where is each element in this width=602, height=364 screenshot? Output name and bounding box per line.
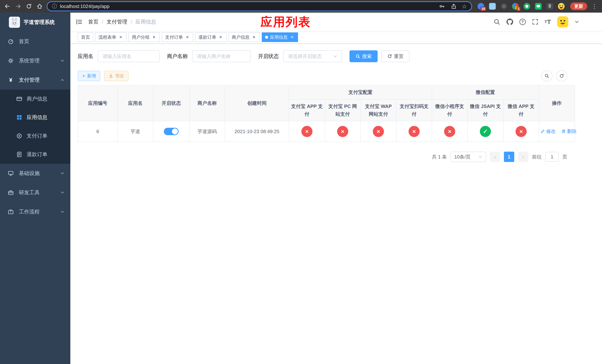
chrome-update-button[interactable]: 更新 [570,2,587,10]
sidebar-item-infrastructure[interactable]: 基础设施 [0,164,70,183]
pagination: 共 1 条 10条/页 ‹ 1 › 前往 页 [78,152,567,162]
active-dot [265,36,268,39]
gear-icon [8,58,14,64]
sidebar-item-payment[interactable]: ¥ 支付管理 [0,70,70,90]
table-toolbar: + 新增 导出 [78,70,575,81]
tab-user-group[interactable]: 用户分组× [129,32,160,42]
close-icon[interactable]: × [251,35,257,40]
search-button[interactable]: 搜索 [350,50,378,62]
back-icon[interactable] [4,3,11,10]
breadcrumb-current: 应用信息 [136,18,156,25]
breadcrumb-home[interactable]: 首页 [88,18,98,25]
extension-icon-8[interactable] [558,3,565,10]
app-title: 芋道管理系统 [24,19,55,26]
toggle-search-button[interactable] [541,70,552,81]
add-button[interactable]: + 新增 [78,71,100,81]
extension-icon-4[interactable]: 1 [512,3,519,10]
coin-icon [16,133,22,139]
toolbox-icon [8,190,14,195]
close-icon[interactable]: × [185,35,190,40]
github-icon[interactable] [506,19,513,25]
cell-create-time: 2021-10-23 08:49:25 [225,121,289,142]
tab-home[interactable]: 首页 [78,32,93,42]
delete-link[interactable]: 删除 [561,128,577,135]
help-icon[interactable]: ? [519,19,526,25]
reset-button[interactable]: 重置 [381,50,409,62]
page-title: 应用列表 [260,14,311,30]
refresh-table-button[interactable] [556,70,567,81]
sidebar-item-refund-orders[interactable]: 退款订单 [0,145,70,164]
fullscreen-icon[interactable] [532,19,538,25]
extension-icon-7[interactable] [547,3,553,10]
tab-app-info[interactable]: 应用信息× [262,32,298,42]
chevron-down-icon [60,191,64,195]
tab-refund-orders[interactable]: 退款订单× [195,32,226,42]
status-label: 开启状态 [258,53,279,60]
logo-avatar [9,17,20,28]
merchant-name-input[interactable] [192,50,251,62]
export-button[interactable]: 导出 [104,71,129,81]
close-icon[interactable]: × [218,35,223,40]
tab-process-form[interactable]: 流程表单× [95,32,127,42]
password-key-icon[interactable] [438,3,446,10]
share-icon[interactable] [450,3,457,10]
extension-icon-3[interactable] [501,3,507,10]
next-page-button[interactable]: › [518,152,528,162]
breadcrumb-payment[interactable]: 支付管理 [107,18,127,25]
url-bar[interactable]: ⓘ localhost:1024/pay/app ☆ [47,1,472,11]
edit-pencil-icon [540,129,545,133]
col-wx-jsapi: 微信 JSAPI 支付 [467,99,503,121]
sidebar-item-dev-tools[interactable]: 研发工具 [0,183,70,202]
alipay-qr-status-icon: × [408,126,420,137]
site-info-icon[interactable]: ⓘ [52,4,57,9]
font-size-icon[interactable]: TT [545,19,551,25]
tab-payment-orders[interactable]: 支付订单× [162,32,193,42]
page-size-select[interactable]: 10条/页 [451,152,486,162]
prev-page-button[interactable]: ‹ [490,152,500,162]
cell-status [153,121,189,142]
col-group-wechat: 微信配置 [432,85,539,99]
chevron-down-icon [478,155,483,159]
sidebar-item-system[interactable]: 系统管理 [0,51,70,70]
col-wx-lite: 微信小程序支付 [432,99,467,121]
avatar-caret-icon[interactable] [575,20,579,24]
close-icon[interactable]: × [290,35,295,40]
sidebar-item-payment-orders[interactable]: 支付订单 [0,127,70,145]
user-avatar[interactable] [557,16,568,27]
sidebar-item-workflow[interactable]: 工作流程 [0,202,70,221]
alipay-app-status-icon: × [301,126,312,137]
goto-page-input[interactable] [545,152,559,162]
alipay-pc-status-icon: × [337,126,348,137]
monitor-icon [8,170,14,176]
sidebar-item-app-info[interactable]: 应用信息 [0,108,70,127]
sidebar-item-home[interactable]: 首页 [0,32,70,51]
sidebar-item-merchant-info[interactable]: 商户信息 [0,90,70,108]
search-icon[interactable] [494,19,500,25]
extension-icon-5[interactable] [524,3,530,10]
extension-icon-2[interactable] [489,3,496,10]
forward-icon[interactable] [14,3,22,10]
app-name-input[interactable] [98,50,160,62]
chevron-down-icon [60,171,64,175]
close-icon[interactable]: × [118,35,123,40]
merchant-name-label: 商户名称 [167,53,188,60]
edit-link[interactable]: 修改 [540,128,556,135]
extension-icon-1[interactable]: 10 [478,3,484,10]
extension-icon-6[interactable] [535,3,542,10]
search-icon [544,74,549,78]
chevron-up-icon [60,78,64,82]
page-1-button[interactable]: 1 [504,152,514,162]
close-icon[interactable]: × [151,35,157,40]
alipay-wap-status-icon: × [373,126,384,137]
hamburger-icon[interactable] [70,19,88,25]
bookmark-star-icon[interactable]: ☆ [462,3,467,10]
home-icon[interactable] [36,3,43,10]
cell-actions: 修改 删除 [539,121,575,142]
browser-menu-icon[interactable]: ⋮ [591,3,598,10]
sidebar-logo[interactable]: 芋道管理系统 [0,13,70,32]
col-app-id: 应用编号 [78,85,118,121]
status-select[interactable]: 请选择开启状态 [283,50,342,62]
status-toggle[interactable] [164,128,179,135]
tab-merchant-info[interactable]: 商户信息× [228,32,260,42]
reload-icon[interactable] [25,3,32,10]
